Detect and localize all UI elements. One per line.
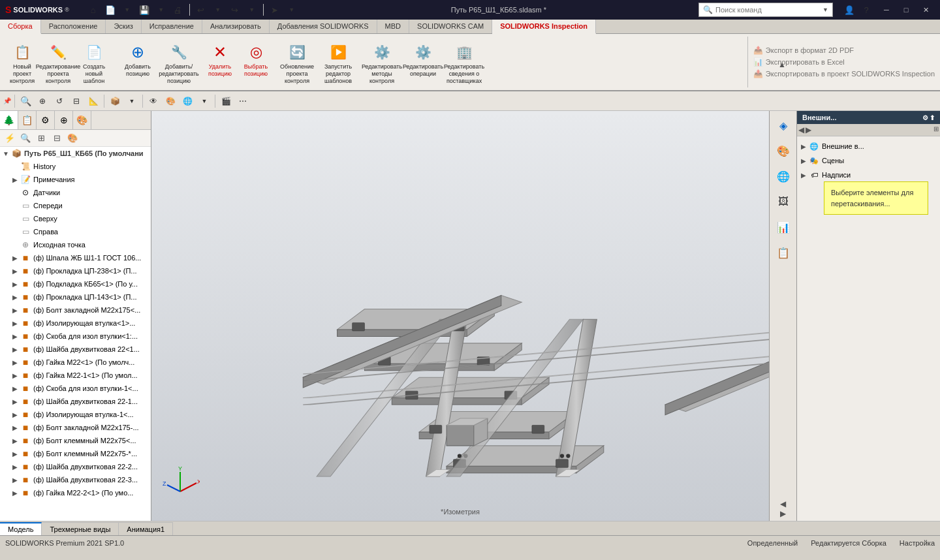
fr-item-labels[interactable]: ▶ 🏷 Надписи: [800, 168, 937, 182]
lpt-search[interactable]: 🔍: [18, 131, 33, 146]
btn-export-pdf[interactable]: 📤 Экспорт в формат 2D PDF: [753, 46, 935, 55]
rp-scenes[interactable]: 🌐: [772, 164, 795, 188]
ft-origin[interactable]: ⊕ Исходная точка: [0, 238, 151, 251]
ft-comp-10[interactable]: ▶ ■ (ф) Гайка М22-1<1> (По умол...: [0, 369, 151, 382]
maximize-btn[interactable]: □: [897, 3, 915, 16]
lpt-filter[interactable]: ⚡: [3, 131, 17, 146]
btn-select-position[interactable]: ◎ Выбратьпозицию: [239, 39, 273, 80]
pin-icon[interactable]: 📌: [3, 97, 12, 106]
minimize-btn[interactable]: ─: [877, 3, 896, 16]
btn-edit-project[interactable]: ✏️ Редактированиепроектаконтроля: [41, 39, 75, 87]
vt-scene[interactable]: 🌐: [180, 93, 195, 109]
vt-display-mode[interactable]: 📦: [107, 93, 123, 109]
btn-add-edit-position[interactable]: 🔧 Добавить/редактироватьпозицию: [157, 39, 201, 87]
vt-appearance[interactable]: 🎨: [163, 93, 178, 109]
btn-delete-position[interactable]: ✕ Удалитьпозицию: [203, 39, 237, 80]
ft-comp-1[interactable]: ▶ ■ (ф) Шпала ЖБ Ш1-1 ГОСТ 106...: [0, 251, 151, 264]
btn-edit-methods[interactable]: ⚙️ Редактироватьметодыконтроля: [362, 39, 401, 87]
lpt-color[interactable]: 🎨: [65, 131, 80, 146]
ft-comp-17[interactable]: ▶ ■ (ф) Шайба двухвитковая 22-2...: [0, 460, 151, 473]
vt-prev-view[interactable]: ↺: [52, 93, 67, 109]
tab-mbd[interactable]: MBD: [377, 20, 409, 33]
tab-analizirovat[interactable]: Анализировать: [202, 20, 270, 33]
search-input[interactable]: [715, 6, 820, 14]
lpt-collapse[interactable]: ⊟: [50, 131, 64, 146]
redo-btn[interactable]: ↪: [228, 3, 242, 17]
ft-root-item[interactable]: ▼ 📦 Путь Р65_Ш1_КБ65 (По умолчани: [0, 147, 151, 160]
ft-comp-4[interactable]: ▶ ■ (ф) Прокладка ЦП-143<1> (П...: [0, 290, 151, 303]
new-dropdown[interactable]: ▼: [120, 3, 134, 17]
redo-dropdown[interactable]: ▼: [245, 3, 259, 17]
fr-settings-icon[interactable]: ⚙: [922, 114, 928, 121]
right-panel-forward[interactable]: ▶: [780, 509, 786, 518]
tab-3d-views[interactable]: Трехмерные виды: [42, 522, 119, 535]
tab-model[interactable]: Модель: [0, 522, 42, 535]
user-icon[interactable]: 👤: [842, 3, 856, 17]
tab-cam[interactable]: SOLIDWORKS CAM: [409, 20, 492, 33]
lp-tab-properties[interactable]: 📋: [18, 111, 37, 129]
search-dropdown-icon[interactable]: ▼: [822, 7, 828, 13]
ft-comp-15[interactable]: ▶ ■ (ф) Болт клеммный М22х75<...: [0, 434, 151, 447]
tab-eskiz[interactable]: Эскиз: [106, 20, 141, 33]
rp-inspect[interactable]: 📋: [772, 241, 795, 264]
fr-item-scenes[interactable]: ▶ 🎭 Сцены: [800, 153, 937, 168]
tab-animation1[interactable]: Анимация1: [119, 522, 173, 535]
vt-dynamic-section[interactable]: 📐: [86, 93, 101, 109]
ft-comp-2[interactable]: ▶ ■ (ф) Прокладка ЦП-238<1> (П...: [0, 264, 151, 277]
fr-nav-left[interactable]: ◀: [798, 125, 804, 134]
vt-more[interactable]: ⋯: [235, 93, 251, 109]
tab-dobavleniya[interactable]: Добавления SOLIDWORKS: [270, 20, 377, 33]
select-btn[interactable]: ➤: [268, 3, 282, 17]
save-dropdown[interactable]: ▼: [154, 3, 168, 17]
right-panel-back[interactable]: ◀: [780, 499, 786, 508]
ft-comp-13[interactable]: ▶ ■ (ф) Изолирующая втулка-1<...: [0, 408, 151, 421]
vt-dropdown2[interactable]: ▼: [196, 93, 212, 109]
ft-comp-19[interactable]: ▶ ■ (ф) Гайка М22-2<1> (По умо...: [0, 486, 151, 499]
btn-export-inspection[interactable]: 📤 Экспортировать в проект SOLIDWORKS Ins…: [753, 69, 935, 78]
ft-comp-6[interactable]: ▶ ■ (ф) Изолирующая втулка<1>...: [0, 317, 151, 330]
ft-sensors[interactable]: ⊙ Датчики: [0, 186, 151, 199]
ft-comp-7[interactable]: ▶ ■ (ф) Скоба для изол втулки<1:...: [0, 330, 151, 343]
ft-notes[interactable]: ▶ 📝 Примечания: [0, 173, 151, 186]
undo-btn[interactable]: ↩: [194, 3, 208, 17]
tab-ispravlenie[interactable]: Исправление: [142, 20, 202, 33]
vt-dropdown[interactable]: ▼: [124, 93, 140, 109]
btn-edit-suppliers[interactable]: 🏢 Редактироватьсведения опоставщиках: [445, 39, 484, 87]
fr-nav-right[interactable]: ▶: [806, 125, 811, 134]
lp-tab-feature[interactable]: 🌲: [0, 111, 18, 129]
new-btn[interactable]: 📄: [103, 3, 118, 17]
rp-decals[interactable]: 🖼: [772, 190, 795, 213]
vt-hide-show[interactable]: 👁: [146, 93, 161, 109]
ft-history[interactable]: 📜 History: [0, 160, 151, 173]
select-dropdown[interactable]: ▼: [285, 3, 299, 17]
close-btn[interactable]: ✕: [916, 3, 935, 16]
vt-zoom-to-fit[interactable]: 🔍: [18, 93, 33, 109]
ft-comp-12[interactable]: ▶ ■ (ф) Шайба двухвитковая 22-1...: [0, 395, 151, 408]
help-icon[interactable]: ?: [859, 3, 873, 17]
ft-comp-5[interactable]: ▶ ■ (ф) Болт закладной М22х175<...: [0, 303, 151, 317]
tab-raspolozhenie[interactable]: Расположение: [41, 20, 106, 33]
rp-view-palette[interactable]: ◈: [772, 114, 795, 137]
undo-dropdown[interactable]: ▼: [211, 3, 225, 17]
ft-right[interactable]: ▭ Справа: [0, 225, 151, 238]
btn-new-project[interactable]: 📋 Новыйпроектконтроля: [5, 39, 39, 87]
ft-comp-8[interactable]: ▶ ■ (ф) Шайба двухвитковая 22<1...: [0, 343, 151, 356]
fr-nav-expand-all[interactable]: ⊞: [933, 125, 939, 134]
btn-launch-editor[interactable]: ▶️ Запуститьредакторшаблонов: [321, 39, 355, 87]
home-btn[interactable]: ⌂: [86, 3, 101, 17]
search-bar[interactable]: 🔍 ▼: [698, 3, 833, 17]
btn-edit-operations[interactable]: ⚙️ Редактироватьоперации: [403, 39, 443, 80]
ft-comp-9[interactable]: ▶ ■ (ф) Гайка М22<1> (По умолч...: [0, 356, 151, 369]
lp-tab-mbd2[interactable]: ⊕: [55, 111, 73, 129]
rp-appearances[interactable]: 🎨: [772, 139, 795, 163]
fr-item-external[interactable]: ▶ 🌐 Внешние в...: [800, 139, 937, 153]
ft-top[interactable]: ▭ Сверху: [0, 212, 151, 225]
vt-section-view[interactable]: ⊟: [69, 93, 84, 109]
ft-comp-16[interactable]: ▶ ■ (ф) Болт клеммный М22х75-*...: [0, 447, 151, 460]
btn-add-position[interactable]: ⊕ Добавитьпозицию: [121, 39, 155, 80]
vt-zoom-area[interactable]: ⊕: [35, 93, 50, 109]
tab-sborka[interactable]: Сборка: [0, 20, 41, 34]
lp-tab-appearance[interactable]: 🎨: [73, 111, 91, 129]
save-btn[interactable]: 💾: [137, 3, 151, 17]
lp-tab-config[interactable]: ⚙: [37, 111, 55, 129]
